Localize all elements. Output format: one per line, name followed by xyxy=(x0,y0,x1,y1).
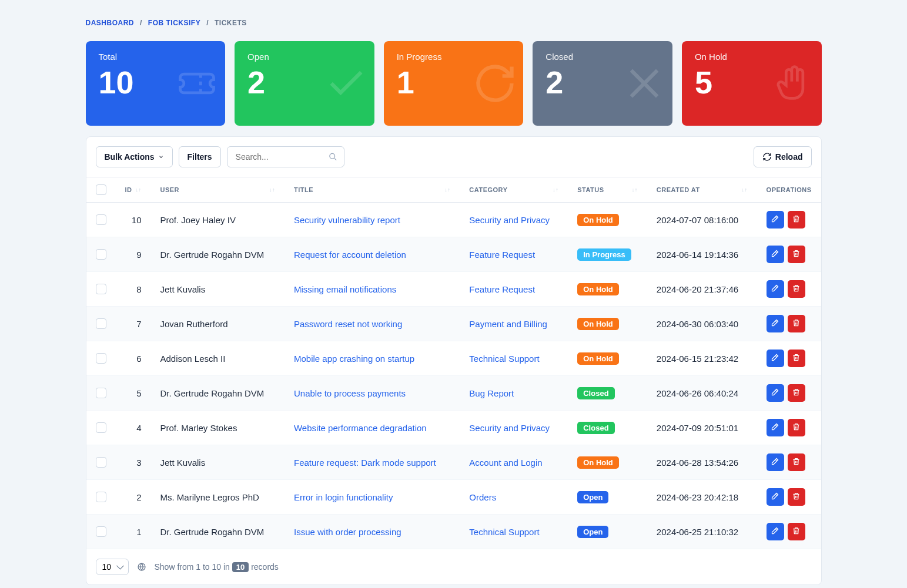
ticket-title-link[interactable]: Password reset not working xyxy=(294,319,402,329)
stat-card-total[interactable]: Total 10 xyxy=(86,41,226,126)
search-input[interactable] xyxy=(227,146,344,167)
ticket-title-link[interactable]: Error in login functionality xyxy=(294,492,393,502)
ticket-category-link[interactable]: Feature Request xyxy=(469,284,535,294)
trash-icon xyxy=(792,353,801,364)
status-badge: On Hold xyxy=(577,456,619,469)
edit-button[interactable] xyxy=(767,211,784,229)
refresh-icon xyxy=(473,61,517,106)
row-checkbox[interactable] xyxy=(96,284,106,294)
ticket-category-link[interactable]: Technical Support xyxy=(469,354,539,364)
edit-button[interactable] xyxy=(767,315,784,332)
trash-icon xyxy=(792,457,801,468)
edit-button[interactable] xyxy=(767,384,784,402)
edit-button[interactable] xyxy=(767,350,784,367)
row-checkbox[interactable] xyxy=(96,353,106,364)
bulk-actions-button[interactable]: Bulk Actions xyxy=(96,146,173,167)
row-checkbox[interactable] xyxy=(96,526,106,537)
cell-id: 9 xyxy=(116,237,151,272)
page-size-select[interactable]: 10 xyxy=(96,559,129,575)
edit-icon xyxy=(771,388,779,398)
delete-button[interactable] xyxy=(788,384,805,402)
stat-card-open[interactable]: Open 2 xyxy=(235,41,374,126)
row-checkbox[interactable] xyxy=(96,492,106,502)
edit-button[interactable] xyxy=(767,419,784,436)
check-icon xyxy=(324,61,369,106)
table-row: 3Jett KuvalisFeature request: Dark mode … xyxy=(86,445,821,480)
edit-button[interactable] xyxy=(767,488,784,506)
edit-button[interactable] xyxy=(767,453,784,471)
breadcrumb-tickets: TICKETS xyxy=(215,19,247,27)
ticket-title-link[interactable]: Unable to process payments xyxy=(294,388,406,398)
cell-created-at: 2024-06-20 21:37:46 xyxy=(647,272,757,307)
delete-button[interactable] xyxy=(788,453,805,471)
status-badge: In Progress xyxy=(577,248,631,261)
trash-icon xyxy=(792,492,801,502)
ticket-title-link[interactable]: Issue with order processing xyxy=(294,527,401,537)
stat-card-on-hold[interactable]: On Hold 5 xyxy=(682,41,822,126)
breadcrumb-dashboard[interactable]: DASHBOARD xyxy=(86,19,135,27)
status-badge: On Hold xyxy=(577,352,619,365)
ticket-category-link[interactable]: Account and Login xyxy=(469,458,542,468)
row-checkbox[interactable] xyxy=(96,388,106,398)
cell-user: Jett Kuvalis xyxy=(151,445,285,480)
ticket-title-link[interactable]: Security vulnerability report xyxy=(294,215,400,225)
filters-button[interactable]: Filters xyxy=(179,146,221,167)
row-checkbox[interactable] xyxy=(96,318,106,329)
globe-icon xyxy=(137,562,146,572)
cell-created-at: 2024-06-14 19:14:36 xyxy=(647,237,757,272)
column-header-title[interactable]: TITLE↓↑ xyxy=(285,177,460,203)
edit-button[interactable] xyxy=(767,280,784,298)
sort-icon: ↓↑ xyxy=(553,187,558,193)
delete-button[interactable] xyxy=(788,419,805,436)
ticket-title-link[interactable]: Missing email notifications xyxy=(294,284,396,294)
delete-button[interactable] xyxy=(788,488,805,506)
cell-created-at: 2024-06-26 06:40:24 xyxy=(647,376,757,411)
ticket-title-link[interactable]: Request for account deletion xyxy=(294,250,406,260)
row-checkbox[interactable] xyxy=(96,422,106,433)
column-header-status[interactable]: STATUS↓↑ xyxy=(568,177,647,203)
stat-label: Open xyxy=(247,52,362,62)
cell-user: Prof. Joey Haley IV xyxy=(151,203,285,237)
delete-button[interactable] xyxy=(788,280,805,298)
delete-button[interactable] xyxy=(788,246,805,263)
hand-icon xyxy=(771,61,816,106)
cell-id: 6 xyxy=(116,341,151,376)
ticket-category-link[interactable]: Technical Support xyxy=(469,527,539,537)
row-checkbox[interactable] xyxy=(96,457,106,468)
breadcrumb-fob-ticksify[interactable]: FOB TICKSIFY xyxy=(148,19,200,27)
column-header-user[interactable]: USER↓↑ xyxy=(151,177,285,203)
stat-label: In Progress xyxy=(397,52,511,62)
ticket-title-link[interactable]: Mobile app crashing on startup xyxy=(294,354,414,364)
delete-button[interactable] xyxy=(788,523,805,540)
ticket-icon xyxy=(175,61,219,106)
row-checkbox[interactable] xyxy=(96,214,106,225)
delete-button[interactable] xyxy=(788,315,805,332)
delete-button[interactable] xyxy=(788,211,805,229)
table-row: 2Ms. Marilyne Legros PhDError in login f… xyxy=(86,480,821,515)
ticket-category-link[interactable]: Orders xyxy=(469,492,496,502)
status-badge: On Hold xyxy=(577,318,619,330)
column-header-id[interactable]: ID↓↑ xyxy=(116,177,151,203)
stat-card-in-progress[interactable]: In Progress 1 xyxy=(384,41,524,126)
stat-card-closed[interactable]: Closed 2 xyxy=(533,41,672,126)
edit-icon xyxy=(771,284,779,294)
status-badge: On Hold xyxy=(577,214,619,226)
edit-button[interactable] xyxy=(767,246,784,263)
ticket-category-link[interactable]: Security and Privacy xyxy=(469,215,550,225)
cell-id: 10 xyxy=(116,203,151,237)
column-header-created-at[interactable]: CREATED AT↓↑ xyxy=(647,177,757,203)
select-all-checkbox[interactable] xyxy=(96,184,106,195)
table-row: 1Dr. Gertrude Rogahn DVMIssue with order… xyxy=(86,515,821,549)
ticket-title-link[interactable]: Website performance degradation xyxy=(294,423,427,433)
row-checkbox[interactable] xyxy=(96,249,106,260)
table-row: 6Addison Lesch IIMobile app crashing on … xyxy=(86,341,821,376)
delete-button[interactable] xyxy=(788,350,805,367)
ticket-category-link[interactable]: Feature Request xyxy=(469,250,535,260)
ticket-category-link[interactable]: Payment and Billing xyxy=(469,319,547,329)
ticket-category-link[interactable]: Bug Report xyxy=(469,388,514,398)
column-header-category[interactable]: CATEGORY↓↑ xyxy=(460,177,568,203)
ticket-category-link[interactable]: Security and Privacy xyxy=(469,423,550,433)
ticket-title-link[interactable]: Feature request: Dark mode support xyxy=(294,458,436,468)
edit-button[interactable] xyxy=(767,523,784,540)
reload-button[interactable]: Reload xyxy=(754,146,812,167)
